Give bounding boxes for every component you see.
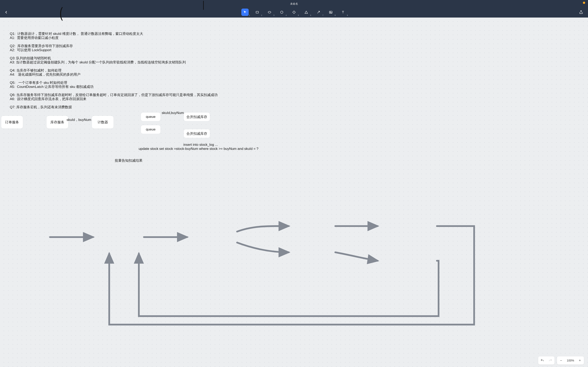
tool-shortcut: 4: [286, 14, 287, 16]
window-minimize-dot[interactable]: [583, 2, 585, 4]
footer-controls: − 100% +: [538, 356, 584, 365]
qa-line: A2: 可以使用 LockSupport: [10, 48, 51, 52]
node-stock-service[interactable]: 库存服务: [47, 116, 68, 128]
tool-select[interactable]: 1: [241, 8, 249, 16]
tool-circle[interactable]: 4: [278, 8, 285, 16]
tool-shortcut: 6: [310, 14, 311, 16]
sql-label-2[interactable]: update stock set stock =stock-buyNum whe…: [139, 147, 259, 151]
redo-button[interactable]: [546, 356, 554, 365]
qa-line: Q3: 队列的创建与销毁时机: [10, 56, 51, 60]
node-merge-1[interactable]: 合并扣减库存: [184, 113, 210, 121]
tool-ellipse[interactable]: 3: [266, 8, 273, 16]
node-order-service[interactable]: 订单服务: [1, 116, 23, 128]
qa-line: A1: 需要使用滑动窗口减小粒度: [10, 36, 59, 40]
canvas[interactable]: Q1: 计数器设计，需要针对 skuId 维度计数， 普通计数器法有弊端，窗口滑…: [0, 17, 588, 367]
toolbar: 1 2 3 4 5 6 7 8: [241, 8, 347, 16]
svg-point-2: [281, 11, 283, 13]
node-queue-1[interactable]: queue: [141, 113, 160, 121]
tool-text[interactable]: 9: [339, 8, 347, 16]
node-merge-2[interactable]: 合并扣减库存: [184, 129, 210, 138]
qa-line: Q6: 当库存服务等待下游扣减库存超时时，反馈给订单服务超时，订单肯定就回滚了，…: [10, 93, 218, 97]
zoom-value[interactable]: 100%: [565, 359, 576, 362]
qa-line: Q4: 当库存不够扣减时，如何处理: [10, 68, 61, 72]
rectangle-icon: [255, 10, 259, 14]
cursor-icon: [243, 10, 247, 14]
tool-triangle[interactable]: 6: [303, 8, 310, 16]
tool-shortcut: 2: [261, 14, 262, 16]
ellipse-icon: [268, 10, 271, 14]
qa-line: Q2: 库存服务需要异步等待下游扣减库存: [10, 44, 73, 48]
svg-point-5: [330, 12, 330, 12]
text-icon: [341, 10, 345, 14]
tool-shortcut: 3: [273, 14, 274, 16]
circle-icon: [280, 10, 284, 14]
document-title: 未命名: [290, 2, 298, 6]
qa-line: A5: CountDownLatch 让库存等待所有 sku 都扣减成功: [10, 85, 94, 89]
image-icon: [329, 10, 333, 14]
tool-diamond[interactable]: 5: [290, 8, 298, 16]
sql-label-1[interactable]: insert into stock_log ...: [183, 143, 218, 147]
redo-icon: [549, 359, 552, 362]
share-button[interactable]: [579, 10, 583, 15]
qa-line: A4: 退化成循环扣减，优先扣购买的多的用户: [10, 73, 80, 76]
tool-image[interactable]: 8: [327, 8, 334, 16]
svg-line-3: [318, 11, 320, 13]
history-panel: [538, 356, 554, 365]
tool-shortcut: 1: [249, 14, 250, 16]
qa-line: Q5: 一个订单有多个 sku 时如何处理: [10, 81, 67, 85]
qa-line: A6: 设计梯度式回查库存流水表，把库存回滚回来: [10, 97, 86, 101]
share-icon: [579, 10, 583, 14]
svg-point-1: [268, 11, 271, 13]
qa-line: Q1: 计数器设计，需要针对 skuId 维度计数， 普通计数器法有弊端，窗口滑…: [10, 32, 143, 36]
edge-label-batch-result[interactable]: 批量告知扣减结果: [115, 158, 143, 163]
diamond-icon: [292, 10, 296, 14]
undo-icon: [540, 359, 544, 362]
tool-arrow[interactable]: 7: [315, 8, 322, 16]
edge-label-sku-buynum-1[interactable]: skuId，buyNum: [67, 117, 91, 122]
undo-button[interactable]: [538, 356, 546, 365]
node-counter[interactable]: 计数器: [92, 116, 113, 128]
node-queue-2[interactable]: queue: [141, 125, 160, 134]
zoom-out-button[interactable]: −: [557, 356, 565, 365]
tool-shortcut: 8: [335, 14, 336, 16]
tool-shortcut: 5: [298, 14, 299, 16]
back-button[interactable]: [4, 10, 8, 15]
arrow-icon: [317, 10, 320, 14]
edge-label-sku-buynum-2[interactable]: skuId,buyNum: [162, 111, 184, 115]
qa-text-block[interactable]: Q1: 计数器设计，需要针对 skuId 维度计数， 普通计数器法有弊端，窗口滑…: [10, 32, 218, 109]
zoom-panel: − 100% +: [557, 356, 584, 365]
triangle-icon: [304, 10, 308, 14]
qa-line: Q7: 库存服务宕机，队列还有未消费数据: [10, 105, 72, 109]
qa-line: A3: 当计数器超过设定阈值创建队列，为每个 skuId 分配一个队列由常驻线程…: [10, 60, 186, 64]
chevron-left-icon: [4, 10, 8, 14]
zoom-in-button[interactable]: +: [576, 356, 584, 365]
tool-shortcut: 7: [322, 14, 323, 16]
app-header: 未命名 1 2 3 4 5 6 7: [0, 0, 588, 17]
svg-rect-0: [256, 11, 259, 13]
tool-shortcut: 9: [347, 14, 348, 16]
tool-rectangle[interactable]: 2: [254, 8, 261, 16]
